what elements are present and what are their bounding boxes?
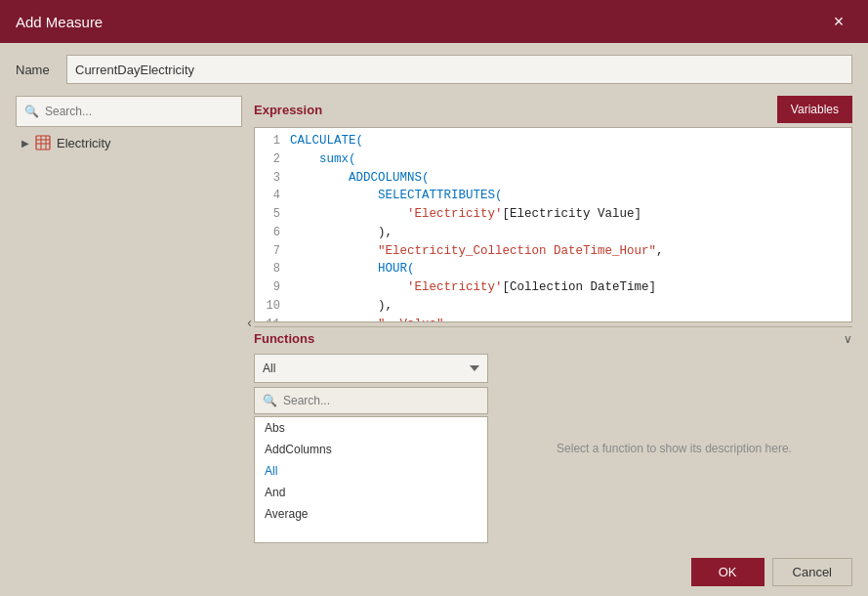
- right-panel: Expression Variables 1 CALCULATE( 2 sumx…: [254, 96, 852, 548]
- category-select[interactable]: All Aggregation Date/Time Filter Informa…: [254, 354, 488, 383]
- code-line-10: 10 ),: [255, 297, 851, 316]
- functions-left-panel: All Aggregation Date/Time Filter Informa…: [254, 354, 488, 543]
- ok-button[interactable]: OK: [691, 558, 765, 586]
- fn-search-icon: 🔍: [263, 394, 277, 407]
- svg-rect-0: [36, 136, 50, 149]
- left-panel: 🔍 ▶ Electricity: [16, 96, 242, 548]
- code-line-4: 4 SELECTATTRIBUTES(: [255, 187, 851, 205]
- code-line-9: 9 'Electricity'[Collection DateTime]: [255, 278, 851, 297]
- search-icon: 🔍: [24, 105, 39, 118]
- left-panel-wrapper: 🔍 ▶ Electricity: [16, 96, 242, 548]
- fn-item-abs[interactable]: Abs: [255, 417, 487, 439]
- functions-header[interactable]: Functions ∨: [254, 326, 852, 350]
- code-content: 1 CALCULATE( 2 sumx( 3 ADDCOLUMNS(: [255, 128, 851, 322]
- functions-label: Functions: [254, 331, 314, 346]
- function-description: Select a function to show its descriptio…: [557, 442, 792, 455]
- functions-description-panel: Select a function to show its descriptio…: [496, 354, 852, 543]
- function-list: Abs AddColumns All And Average: [254, 416, 488, 543]
- dialog-footer: OK Cancel: [0, 548, 868, 596]
- tree-item-label: Electricity: [57, 136, 111, 150]
- code-editor[interactable]: 1 CALCULATE( 2 sumx( 3 ADDCOLUMNS(: [254, 127, 852, 322]
- functions-section: Functions ∨ All Aggregation Date/Time Fi…: [254, 326, 852, 543]
- code-line-7: 7 "Electricity_Collection DateTime_Hour"…: [255, 242, 851, 261]
- code-line-11: 11 "..Value": [255, 316, 851, 323]
- close-button[interactable]: ×: [825, 8, 852, 35]
- title-bar: Add Measure ×: [0, 0, 868, 43]
- fn-item-and[interactable]: And: [255, 482, 487, 503]
- cancel-button[interactable]: Cancel: [772, 558, 852, 586]
- main-content: 🔍 ▶ Electricity: [0, 96, 868, 548]
- tree-item-electricity[interactable]: ▶ Electricity: [16, 131, 242, 154]
- code-line-3: 3 ADDCOLUMNS(: [255, 169, 851, 188]
- tree-arrow-icon: ▶: [21, 138, 29, 149]
- functions-body: All Aggregation Date/Time Filter Informa…: [254, 354, 852, 543]
- variables-button[interactable]: Variables: [777, 96, 852, 123]
- left-search-box[interactable]: 🔍: [16, 96, 242, 127]
- dialog-title: Add Measure: [16, 14, 103, 30]
- code-line-8: 8 HOUR(: [255, 260, 851, 278]
- expression-label: Expression: [254, 103, 322, 117]
- chevron-down-icon: ∨: [844, 332, 852, 346]
- fn-search-input[interactable]: [283, 394, 479, 407]
- fn-search-box[interactable]: 🔍: [254, 387, 488, 414]
- name-row: Name: [0, 43, 868, 96]
- expression-header: Expression Variables: [254, 96, 852, 123]
- code-line-2: 2 sumx(: [255, 150, 851, 169]
- code-line-1: 1 CALCULATE(: [255, 132, 851, 150]
- fn-item-all[interactable]: All: [255, 460, 487, 482]
- fn-item-average[interactable]: Average: [255, 503, 487, 525]
- name-input[interactable]: [66, 55, 852, 84]
- collapse-arrow-icon[interactable]: ‹: [247, 315, 252, 330]
- table-icon: [35, 135, 51, 150]
- add-measure-dialog: Add Measure × Name 🔍 ▶: [0, 0, 868, 596]
- code-line-6: 6 ),: [255, 224, 851, 242]
- name-label: Name: [16, 63, 55, 77]
- left-search-input[interactable]: [45, 105, 233, 118]
- code-line-5: 5 'Electricity'[Electricity Value]: [255, 205, 851, 224]
- fn-item-addcolumns[interactable]: AddColumns: [255, 439, 487, 460]
